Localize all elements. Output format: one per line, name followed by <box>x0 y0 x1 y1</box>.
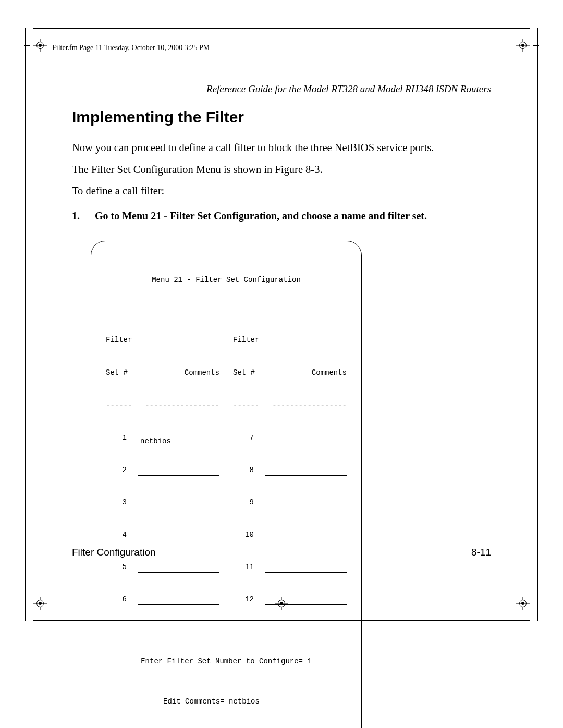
figure-8-3: Menu 21 - Filter Set Configuration Filte… <box>91 241 362 728</box>
dash: ------ <box>106 400 132 411</box>
col-header: Filter <box>106 335 219 346</box>
paragraph: Now you can proceed to define a call fil… <box>72 141 491 155</box>
col-comments-label: Comments <box>185 367 219 378</box>
row-value <box>138 565 219 573</box>
col-dashes: ------ ----------------- <box>106 400 219 411</box>
crop-tick-icon <box>533 45 539 46</box>
terminal-columns: Filter Set # Comments ------ -----------… <box>106 313 347 627</box>
row-index: 12 <box>233 594 254 605</box>
row-value <box>138 501 219 508</box>
col-subheader: Set # Comments <box>106 367 219 378</box>
step-1: 1. Go to Menu 21 - Filter Set Configurat… <box>72 210 491 222</box>
terminal-title: Menu 21 - Filter Set Configuration <box>106 275 347 286</box>
row-value <box>265 436 347 443</box>
row-value <box>138 598 219 605</box>
col-dashes: ------ ----------------- <box>233 400 347 411</box>
row-index: 1 <box>106 433 127 443</box>
filter-row: 8 <box>233 465 347 476</box>
row-index: 9 <box>233 497 254 508</box>
dash: ----------------- <box>272 400 347 411</box>
step-number: 1. <box>72 210 83 222</box>
row-index: 5 <box>106 562 127 573</box>
row-value: netbios <box>138 436 219 443</box>
terminal-prompt: Edit Comments= netbios <box>106 696 347 707</box>
register-mark-icon <box>33 597 47 610</box>
footer: Filter Configuration 8-11 <box>72 547 491 558</box>
footer-page: 8-11 <box>471 547 491 558</box>
register-mark-icon <box>516 39 530 52</box>
row-value <box>265 565 347 573</box>
filter-row: 5 <box>106 562 219 573</box>
filter-row: 11 <box>233 562 347 573</box>
row-index: 3 <box>106 497 127 508</box>
col-set-label: Set # <box>233 367 255 378</box>
dash: ------ <box>233 400 259 411</box>
paragraph: To define a call filter: <box>72 184 491 199</box>
col-comments-label: Comments <box>312 367 347 378</box>
row-index: 6 <box>106 594 127 605</box>
filter-row: 6 <box>106 595 219 605</box>
terminal-col-right: Filter Set # Comments ------ -----------… <box>233 313 347 627</box>
crop-tick-icon <box>24 45 30 46</box>
register-mark-icon <box>516 597 530 610</box>
crop-line-top <box>33 28 530 29</box>
col-subheader: Set # Comments <box>233 367 347 378</box>
crop-tick-icon <box>24 603 30 603</box>
section-heading: Implementing the Filter <box>72 108 491 126</box>
framemaker-header: Filter.fm Page 11 Tuesday, October 10, 2… <box>52 44 210 52</box>
running-head-rule <box>72 97 491 97</box>
row-value <box>265 501 347 508</box>
body: Implementing the Filter Now you can proc… <box>72 104 491 728</box>
terminal-prompt: Enter Filter Set Number to Configure= 1 <box>106 656 347 667</box>
row-index: 11 <box>233 562 254 573</box>
col-set-label: Set # <box>106 367 128 378</box>
filter-row: 7 <box>233 433 347 443</box>
paragraph: The Filter Set Configuration Menu is sho… <box>72 163 491 177</box>
step-text: Go to Menu 21 - Filter Set Configuration… <box>95 210 427 222</box>
running-head: Reference Guide for the Model RT328 and … <box>72 83 491 95</box>
dash: ----------------- <box>145 400 219 411</box>
filter-row: 9 <box>233 498 347 508</box>
col-header: Filter <box>233 335 347 346</box>
row-index: 2 <box>106 465 127 476</box>
crop-tick-icon <box>533 603 539 603</box>
filter-row: 2 <box>106 465 219 476</box>
row-index: 7 <box>233 433 254 443</box>
row-value <box>138 468 219 476</box>
filter-row: 3 <box>106 498 219 508</box>
row-index: 8 <box>233 465 254 476</box>
terminal-col-left: Filter Set # Comments ------ -----------… <box>106 313 219 627</box>
filter-row: 12 <box>233 595 347 605</box>
row-value <box>265 598 347 605</box>
row-value <box>265 468 347 476</box>
filter-row: 1netbios <box>106 433 219 443</box>
footer-section: Filter Configuration <box>72 547 156 558</box>
terminal-box: Menu 21 - Filter Set Configuration Filte… <box>91 241 362 728</box>
crop-line-right <box>537 28 538 621</box>
register-mark-icon <box>33 39 47 52</box>
page: Filter.fm Page 11 Tuesday, October 10, 2… <box>0 0 563 728</box>
footer-rule <box>72 539 491 539</box>
crop-line-left <box>25 28 26 621</box>
